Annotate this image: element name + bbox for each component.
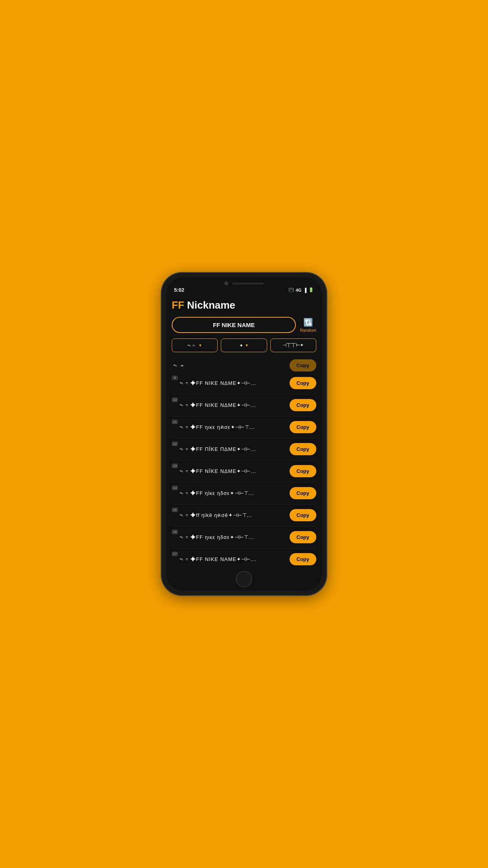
partial-item-text: ᯓ ↠ — [172, 362, 290, 368]
vibrate-icon: 📳 — [288, 287, 294, 292]
name-item-2: 11ᯓᯙ✦FF ηικε ηคσε✦⊣⊢⊤...Copy — [172, 416, 316, 438]
time-display: 5:02 — [174, 287, 184, 293]
filter-row: ᯓᯙ ▼ ✦ ▼ ⊣丅丅⊢✦ — [172, 338, 316, 352]
copy-button-2[interactable]: Copy — [290, 421, 317, 433]
status-bar: 5:02 📳 4G ▐ 🔋 — [166, 287, 322, 295]
name-item-5: 14ᯓᯙ✦FF ηίκε ηδσε✦⊣⊢⊤...Copy — [172, 482, 316, 504]
filter-label-2: ⊣丅丅⊢✦ — [283, 342, 304, 349]
item-text-7: ᯓᯙ✦FF ηικε ηδσε✦⊣⊢⊤... — [172, 534, 290, 540]
item-text-8: ᯓᯙ✦FF NIKE NAME✦⊣⊢... — [172, 556, 290, 562]
copy-button-6[interactable]: Copy — [290, 509, 317, 521]
signal-icon: ▐ — [303, 288, 306, 292]
name-item-7: 16ᯓᯙ✦FF ηικε ηδσε✦⊣⊢⊤...Copy — [172, 526, 316, 548]
item-number-7: 16 — [172, 530, 178, 534]
speaker — [232, 283, 264, 285]
phone-frame: 5:02 📳 4G ▐ 🔋 FF Nickname FF NIKE NAME 🔃… — [161, 273, 327, 595]
copy-button-1[interactable]: Copy — [290, 399, 317, 411]
copy-button-8[interactable]: Copy — [290, 553, 317, 565]
filter-arrow-1: ▼ — [245, 343, 249, 348]
status-icons: 📳 4G ▐ 🔋 — [288, 287, 314, 292]
home-indicator — [166, 567, 322, 590]
filter-arrow-0: ▼ — [198, 343, 202, 348]
filter-label-0: ᯓᯙ — [187, 343, 197, 348]
item-number-0: 9 — [172, 375, 178, 380]
name-item-1: 10ᯓᯙ✦FF ΝΙΚΕ ΝΔΜΕ✦⊣⊢...Copy — [172, 394, 316, 416]
random-icon: 🔃 — [303, 318, 313, 327]
app-title: FF Nickname — [172, 299, 316, 311]
item-number-1: 10 — [172, 397, 178, 402]
filter-label-1: ✦ — [239, 343, 243, 348]
home-button[interactable] — [236, 571, 252, 587]
search-box[interactable]: FF NIKE NAME — [172, 317, 296, 333]
item-number-2: 11 — [172, 419, 178, 424]
filter-btn-0[interactable]: ᯓᯙ ▼ — [172, 338, 218, 352]
item-text-6: ᯓᯙ✦ff ηikē ηคσē✦⊣⊢⊤... — [172, 511, 290, 519]
name-list: 9ᯓᯙ✦FF NΙΚΕ ΝΔΜΕ✦⊣⊢...Copy10ᯓᯙ✦FF ΝΙΚΕ Ν… — [172, 372, 316, 567]
phone-screen: 5:02 📳 4G ▐ 🔋 FF Nickname FF NIKE NAME 🔃… — [166, 278, 322, 590]
name-item-6: 15ᯓᯙ✦ff ηikē ηคσē✦⊣⊢⊤...Copy — [172, 504, 316, 526]
item-number-4: 13 — [172, 463, 178, 468]
name-item-3: 12ᯓᯙ✦FF ΠĪΚΕ ΠΔΜΕ✦⊣⊢...Copy — [172, 438, 316, 460]
partial-name-item: ᯓ ↠ Copy — [172, 357, 316, 372]
copy-button-4[interactable]: Copy — [290, 465, 317, 477]
battery-icon: 🔋 — [308, 287, 314, 292]
item-text-3: ᯓᯙ✦FF ΠĪΚΕ ΠΔΜΕ✦⊣⊢... — [172, 446, 290, 452]
item-text-4: ᯓᯙ✦FF ΝĪΚΕ ΝΔΜΕ✦⊣⊢... — [172, 468, 290, 474]
item-text-0: ᯓᯙ✦FF NΙΚΕ ΝΔΜΕ✦⊣⊢... — [172, 380, 290, 386]
random-label: Random — [300, 328, 316, 333]
ff-label: FF — [172, 299, 184, 311]
front-camera — [224, 281, 228, 285]
item-number-3: 12 — [172, 441, 178, 446]
copy-button-3[interactable]: Copy — [290, 443, 317, 455]
copy-button-0[interactable]: Copy — [290, 377, 317, 389]
item-number-8: 17 — [172, 552, 178, 556]
app-content: FF Nickname FF NIKE NAME 🔃 Random ᯓᯙ ▼ ✦… — [166, 295, 322, 567]
filter-btn-1[interactable]: ✦ ▼ — [221, 338, 267, 352]
name-item-8: 17ᯓᯙ✦FF NIKE NAME✦⊣⊢...Copy — [172, 548, 316, 567]
network-icon: 4G — [296, 288, 302, 292]
item-text-2: ᯓᯙ✦FF ηικε ηคσε✦⊣⊢⊤... — [172, 423, 290, 431]
copy-button-5[interactable]: Copy — [290, 487, 317, 499]
item-number-6: 15 — [172, 508, 178, 512]
notch-area — [166, 278, 322, 287]
random-button[interactable]: 🔃 Random — [300, 318, 316, 333]
filter-btn-2[interactable]: ⊣丅丅⊢✦ — [270, 338, 316, 352]
item-text-1: ᯓᯙ✦FF ΝΙΚΕ ΝΔΜΕ✦⊣⊢... — [172, 402, 290, 408]
name-item-4: 13ᯓᯙ✦FF ΝĪΚΕ ΝΔΜΕ✦⊣⊢...Copy — [172, 460, 316, 482]
search-row: FF NIKE NAME 🔃 Random — [172, 317, 316, 333]
name-item-0: 9ᯓᯙ✦FF NΙΚΕ ΝΔΜΕ✦⊣⊢...Copy — [172, 372, 316, 394]
title-text: Nickname — [184, 299, 235, 311]
item-text-5: ᯓᯙ✦FF ηίκε ηδσε✦⊣⊢⊤... — [172, 490, 290, 496]
partial-copy-button[interactable]: Copy — [290, 359, 317, 371]
item-number-5: 14 — [172, 485, 178, 490]
copy-button-7[interactable]: Copy — [290, 531, 317, 543]
